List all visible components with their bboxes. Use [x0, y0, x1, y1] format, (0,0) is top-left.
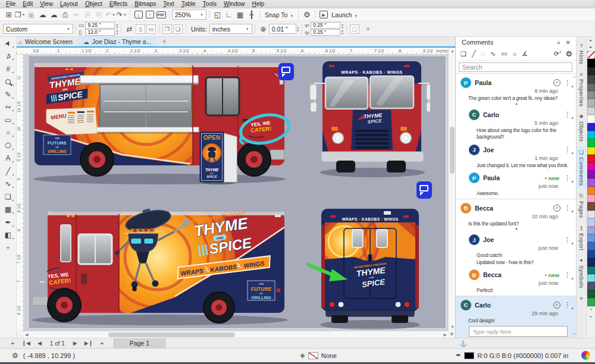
toolbar-icon[interactable]: ⎗: [93, 10, 105, 20]
toolbar-icon[interactable]: ∟: [223, 10, 234, 20]
collapse-caret-icon[interactable]: ▲: [461, 102, 572, 106]
comment-menu-icon[interactable]: ⋮: [564, 79, 571, 87]
drawing-canvas[interactable]: ADVENTURES THROUGH THYME AND SPICE MENU: [24, 55, 448, 331]
toolbar-icon[interactable]: ⎘: [82, 10, 93, 20]
comment-tool-icon[interactable]: ◌: [481, 51, 486, 58]
color-swatch[interactable]: [587, 83, 595, 91]
anchor-point-icon[interactable]: ⚓: [459, 340, 466, 347]
zoom-tool[interactable]: [0, 76, 16, 89]
palette-more-icon[interactable]: »: [590, 313, 592, 321]
collapse-caret-icon[interactable]: ▲: [461, 227, 572, 231]
menu-item[interactable]: View: [36, 1, 57, 7]
palette-scroll-down-icon[interactable]: ˅: [590, 306, 592, 313]
duplicate-x-input[interactable]: 0.25 ": [311, 22, 340, 29]
new-tab-button[interactable]: +: [156, 37, 171, 46]
pick-tool[interactable]: ➤: [0, 37, 16, 50]
color-swatch[interactable]: [587, 67, 595, 75]
docker-tab[interactable]: ❏ Comments: [577, 146, 587, 189]
page-dimensions-icon[interactable]: ⇄: [124, 24, 135, 34]
snap-to-dropdown[interactable]: Snap To ▼: [265, 11, 293, 18]
color-swatch[interactable]: [587, 266, 595, 274]
toolbar-icon[interactable]: ✂: [71, 10, 82, 20]
add-page-button[interactable]: +: [11, 340, 14, 347]
menu-item[interactable]: Text: [159, 1, 177, 7]
list-scroll-down-icon[interactable]: ˅: [573, 332, 575, 336]
comment-menu-icon[interactable]: ⋮: [564, 204, 571, 212]
color-swatch[interactable]: [587, 59, 595, 67]
docker-close-icon[interactable]: ✕: [566, 39, 571, 46]
toolbar-icon[interactable]: ⊞: [3, 10, 14, 20]
toolbar-icon[interactable]: ❐▼: [14, 10, 26, 20]
resolve-check-icon[interactable]: ✓: [553, 79, 560, 86]
color-swatch[interactable]: [587, 250, 595, 258]
connector-tool[interactable]: ∿: [0, 178, 16, 191]
menu-item[interactable]: Help: [249, 1, 268, 7]
menu-item[interactable]: Layout: [57, 1, 82, 7]
color-swatch[interactable]: [587, 115, 595, 123]
comment-menu-icon[interactable]: ⋮: [564, 111, 571, 118]
nudge-input[interactable]: 0.01 ": [269, 24, 296, 34]
color-swatch[interactable]: [587, 218, 595, 226]
export-icon[interactable]: ↑: [144, 10, 155, 20]
comment-tool-icon[interactable]: ∡: [522, 50, 528, 58]
toolbar-icon[interactable]: ☁: [48, 10, 60, 20]
comment-tool-icon[interactable]: ▭: [501, 50, 507, 58]
comment-marker[interactable]: [416, 181, 432, 199]
menu-item[interactable]: Effects: [106, 1, 131, 7]
treat-as-filled-button[interactable]: ⬚: [350, 24, 359, 34]
color-swatch[interactable]: [587, 282, 595, 290]
rectangle-tool[interactable]: ▭: [0, 114, 16, 127]
vertical-ruler[interactable]: 1110 1/2109 1/298 1/287 1/276 1/2: [17, 55, 24, 331]
color-swatch[interactable]: [587, 131, 595, 139]
duplicate-y-input[interactable]: 0.25 ": [311, 29, 340, 36]
tab-welcome-screen[interactable]: ⌂Welcome Screen: [13, 37, 78, 46]
page-width-input[interactable]: 9.25 ": [85, 22, 115, 29]
comment-menu-icon[interactable]: ⋮: [564, 146, 571, 153]
outline-swatch[interactable]: [464, 352, 474, 359]
comment-menu-icon[interactable]: ⋮: [564, 174, 571, 182]
landscape-button[interactable]: ▭: [146, 24, 156, 34]
text-tool[interactable]: A: [0, 152, 16, 165]
first-page-button[interactable]: ❙◀: [21, 340, 30, 346]
prev-page-button[interactable]: ◀: [37, 340, 42, 346]
zoom-corner-button[interactable]: ⊕: [448, 331, 455, 338]
list-scroll-up-icon[interactable]: ˄: [573, 75, 575, 79]
launch-dropdown[interactable]: Launch ▼: [331, 11, 358, 18]
color-swatch[interactable]: [587, 171, 595, 178]
docker-tab[interactable]: ↥ Export: [577, 222, 587, 254]
menu-item[interactable]: Tools: [199, 1, 220, 7]
docker-tab[interactable]: ⎘ Pages: [577, 189, 587, 221]
highlight-ellipse-annotation[interactable]: [236, 111, 293, 149]
page-tab[interactable]: Page 1: [114, 338, 165, 349]
color-swatch[interactable]: [587, 227, 595, 234]
color-swatch[interactable]: [587, 298, 595, 306]
toolbar-icon[interactable]: ⎙: [60, 10, 71, 20]
toolbar-icon[interactable]: ▦: [234, 10, 246, 20]
no-color-swatch[interactable]: [587, 51, 595, 59]
arrow-annotation[interactable]: [300, 259, 354, 287]
next-page-button[interactable]: ▶: [73, 340, 77, 346]
more-tools-button[interactable]: +: [0, 241, 16, 255]
color-swatch[interactable]: [587, 274, 595, 282]
last-page-button[interactable]: ▶❙: [84, 340, 93, 346]
toolbar-icon[interactable]: ◱: [212, 10, 223, 20]
comment-menu-icon[interactable]: ⋮: [564, 271, 571, 279]
menu-item[interactable]: Bitmaps: [131, 1, 159, 7]
color-swatch[interactable]: [587, 290, 595, 298]
reply-input[interactable]: Type reply here: [469, 326, 568, 337]
color-swatch[interactable]: [587, 234, 595, 242]
comment-tool-icon[interactable]: ○: [513, 51, 517, 58]
units-combo[interactable]: inches▼: [209, 24, 252, 34]
toolbar-icon[interactable]: ╂: [246, 10, 257, 20]
import-icon[interactable]: ↓: [133, 10, 144, 20]
toolbar-icon[interactable]: ↷▼: [116, 10, 127, 20]
color-swatch[interactable]: [587, 162, 595, 170]
comments-settings-gear-icon[interactable]: ⚙: [565, 49, 572, 58]
interactive-fill-tool[interactable]: ◧: [0, 229, 16, 242]
color-swatch[interactable]: [587, 147, 595, 155]
color-swatch[interactable]: [587, 194, 595, 202]
toolbar-icon[interactable]: ↶▼: [105, 10, 116, 20]
color-swatch[interactable]: [587, 91, 595, 99]
dimension-tool[interactable]: ╱: [0, 165, 16, 178]
docker-expand-icon[interactable]: »: [557, 39, 560, 46]
